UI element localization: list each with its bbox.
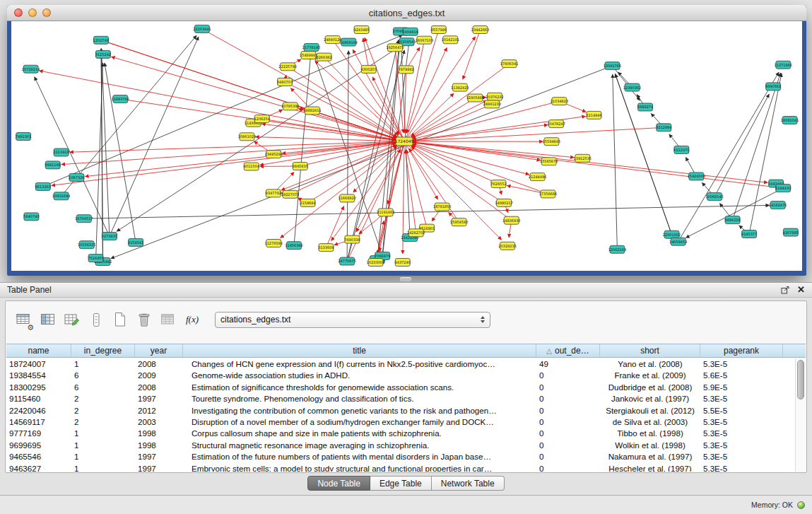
cell-title[interactable]: Tourette syndrome. Phenomenology and cla… [183, 393, 536, 404]
cell-year[interactable]: 1997 [135, 451, 183, 462]
cell-pagerank[interactable]: 5.6E-5 [700, 370, 783, 381]
graph-edge[interactable] [52, 141, 404, 185]
graph-edge[interactable] [615, 74, 671, 234]
column-header-short[interactable]: short [600, 344, 700, 357]
cell-pagerank[interactable]: 5.3E-5 [700, 463, 783, 472]
graph-edge[interactable] [347, 50, 404, 262]
cell-name[interactable]: 9115460 [6, 393, 71, 404]
graph-edge[interactable] [686, 188, 783, 238]
cell-year[interactable]: 1997 [135, 393, 183, 404]
scrollbar-thumb[interactable] [797, 360, 804, 399]
cell-pagerank[interactable]: 5.3E-5 [700, 428, 783, 439]
cell-short[interactable]: Nakamura et al. (1997) [600, 451, 700, 462]
graph-edge[interactable] [463, 30, 481, 79]
cell-year[interactable]: 2008 [135, 382, 183, 393]
cell-out_de[interactable]: 0 [536, 463, 600, 472]
tab-edge-table[interactable]: Edge Table [370, 476, 432, 491]
select-columns-button[interactable] [38, 310, 58, 329]
table-row[interactable]: 969969511998Structural magnetic resonanc… [6, 440, 794, 451]
float-panel-icon[interactable] [781, 286, 790, 294]
table-row[interactable]: 2242004622012Investigating the contribut… [6, 405, 794, 416]
graph-edge[interactable] [612, 66, 640, 100]
table-row[interactable]: 946554611997Estimation of the future num… [6, 451, 794, 462]
cell-name[interactable]: 18724007 [6, 358, 71, 370]
graph-edge[interactable] [35, 77, 110, 236]
cell-short[interactable]: Yano et al. (2008) [600, 358, 700, 370]
cell-pagerank[interactable]: 5.3E-5 [700, 440, 783, 451]
cell-in_degree[interactable]: 1 [71, 440, 135, 451]
graph-edge[interactable] [111, 66, 613, 259]
cell-short[interactable]: de Silva et al. (2003) [600, 416, 700, 428]
cell-title[interactable]: Genome-wide association studies in ADHD. [183, 370, 536, 381]
cell-in_degree[interactable]: 1 [71, 358, 135, 370]
cell-pagerank[interactable]: 5.3E-5 [700, 358, 783, 370]
cell-out_de[interactable]: 0 [536, 382, 600, 393]
minimize-window-button[interactable] [28, 8, 37, 17]
graph-edge[interactable] [84, 205, 770, 218]
graph-edge[interactable] [411, 146, 504, 203]
cell-in_degree[interactable]: 6 [71, 382, 135, 393]
splitter-handle[interactable] [400, 277, 411, 281]
cell-name[interactable]: 22420046 [6, 405, 71, 416]
graph-edge[interactable] [363, 38, 369, 69]
cell-short[interactable]: Hescheler et al. (1997) [600, 463, 700, 472]
graph-edge[interactable] [388, 141, 404, 204]
cell-name[interactable]: 9699695 [6, 440, 71, 451]
cell-name[interactable]: 9465546 [6, 451, 71, 462]
graph-edge[interactable] [406, 40, 424, 134]
cell-pagerank[interactable]: 5.3E-5 [700, 416, 783, 428]
tab-node-table[interactable]: Node Table [307, 476, 370, 491]
graph-edge[interactable] [110, 37, 199, 236]
cell-year[interactable]: 2008 [135, 358, 183, 370]
cell-out_de[interactable]: 0 [536, 405, 600, 416]
table-row[interactable]: 1830029562008Estimation of significance … [6, 382, 794, 393]
table-scrollbar[interactable] [795, 358, 806, 472]
cell-in_degree[interactable]: 1 [71, 428, 135, 439]
function-builder-button[interactable]: f(x) [182, 310, 202, 329]
close-window-button[interactable] [14, 8, 23, 17]
cell-title[interactable]: Changes of HCN gene expression and I(f) … [183, 358, 536, 370]
graph-edge[interactable] [61, 141, 404, 165]
cell-title[interactable]: Embryonic stem cells: a model to study s… [183, 463, 536, 472]
cell-year[interactable]: 1998 [135, 440, 183, 451]
graph-edge[interactable] [105, 63, 136, 243]
cell-pagerank[interactable]: 5.9E-5 [700, 382, 783, 393]
column-header-year[interactable]: year [135, 344, 183, 357]
cell-title[interactable]: Structural magnetic resonance image aver… [183, 440, 536, 451]
graph-edge[interactable] [413, 143, 783, 189]
graph-edge[interactable] [404, 125, 548, 142]
new-table-button[interactable] [110, 310, 130, 329]
cell-in_degree[interactable]: 2 [71, 416, 135, 428]
cell-year[interactable]: 1997 [135, 463, 183, 472]
column-header-out_de[interactable]: △out_de… [536, 344, 600, 357]
cell-year[interactable]: 2012 [135, 405, 183, 416]
table-settings-button[interactable]: ⚙ [14, 310, 34, 329]
graph-edge[interactable] [347, 149, 401, 262]
close-panel-icon[interactable]: ✕ [797, 286, 805, 294]
cell-title[interactable]: Estimation of the future numbers of pati… [183, 451, 536, 462]
cell-out_de[interactable]: 0 [536, 451, 600, 462]
import-table-button[interactable] [158, 310, 178, 329]
graph-edge[interactable] [412, 104, 492, 138]
row-selector-button[interactable] [86, 310, 106, 329]
table-row[interactable]: 1456911722003Disruption of a novel membe… [6, 416, 794, 428]
cell-short[interactable]: Wolkin et al. (1998) [600, 440, 700, 451]
graph-edge[interactable] [255, 137, 404, 141]
cell-year[interactable]: 2003 [135, 416, 183, 428]
zoom-window-button[interactable] [42, 8, 51, 17]
cell-name[interactable]: 14569117 [6, 416, 71, 428]
graph-edge[interactable] [406, 150, 416, 233]
cell-out_de[interactable]: 0 [536, 416, 600, 428]
cell-short[interactable]: Franke et al. (2009) [600, 370, 700, 381]
cell-short[interactable]: Dudbridge et al. (2008) [600, 382, 700, 393]
cell-pagerank[interactable]: 5.3E-5 [700, 393, 783, 404]
cell-out_de[interactable]: 0 [536, 440, 600, 451]
column-header-in_degree[interactable]: in_degree [71, 344, 135, 357]
window-titlebar[interactable]: citations_edges.txt [7, 5, 806, 21]
cell-out_de[interactable]: 0 [536, 428, 600, 439]
cell-pagerank[interactable]: 5.5E-5 [700, 405, 783, 416]
table-row[interactable]: 1872400712008Changes of HCN gene express… [6, 358, 794, 370]
edit-table-button[interactable] [62, 310, 82, 329]
graph-edge[interactable] [353, 141, 404, 192]
cell-title[interactable]: Disruption of a novel member of a sodium… [183, 416, 536, 428]
